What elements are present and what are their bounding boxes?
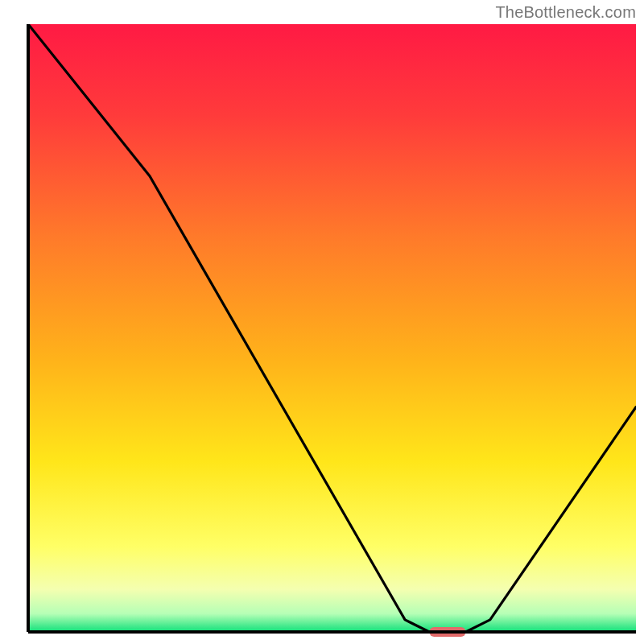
bottleneck-chart [0, 0, 644, 644]
chart-container: TheBottleneck.com [0, 0, 644, 644]
watermark-text: TheBottleneck.com [495, 3, 636, 22]
